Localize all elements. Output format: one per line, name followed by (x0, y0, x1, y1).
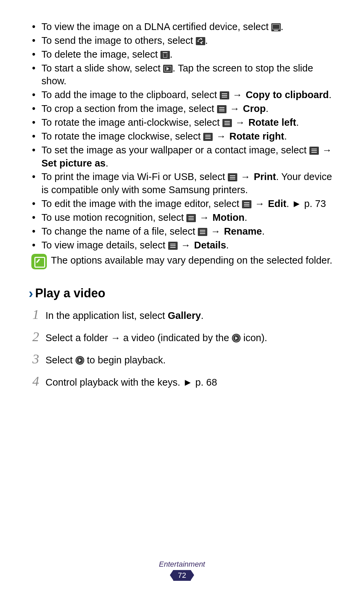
menu-icon (198, 228, 207, 236)
menu-icon (203, 133, 213, 141)
bullet-item: To edit the image with the image editor,… (32, 197, 335, 210)
trash-icon (160, 51, 170, 59)
play-circle-icon (75, 356, 84, 365)
menu-icon (220, 91, 229, 99)
page-footer: Entertainment 72 (0, 560, 364, 581)
share-icon (196, 37, 205, 45)
bullet-item: To print the image via Wi-Fi or USB, sel… (32, 170, 335, 197)
menu-icon (186, 214, 196, 222)
steps-list: 1 In the application list, select Galler… (29, 305, 335, 391)
step-4: 4 Control playback with the keys. ► p. 6… (31, 372, 335, 391)
note-box: The options available may vary depending… (29, 254, 335, 269)
menu-icon (222, 119, 232, 127)
bullet-item: To crop a section from the image, select… (32, 102, 335, 115)
play-circle-icon (232, 334, 241, 342)
bullet-item: To change the name of a file, select → R… (32, 225, 335, 238)
bullet-item: To add the image to the clipboard, selec… (32, 88, 335, 101)
bullet-item: To view the image on a DLNA certified de… (32, 20, 335, 33)
page-content: To view the image on a DLNA certified de… (29, 20, 335, 391)
bullet-item: To set the image as your wallpaper or a … (32, 144, 335, 170)
bullet-item: To send the image to others, select . (32, 34, 335, 47)
step-3: 3 Select to begin playback. (31, 350, 335, 368)
menu-icon (309, 147, 319, 155)
menu-icon (242, 200, 251, 208)
bullet-item: To use motion recognition, select → Moti… (32, 211, 335, 224)
bullet-list: To view the image on a DLNA certified de… (29, 20, 335, 252)
footer-section-label: Entertainment (0, 560, 364, 569)
bullet-item: To rotate the image clockwise, select → … (32, 130, 335, 143)
step-2: 2 Select a folder → a video (indicated b… (31, 327, 335, 346)
step-number: 2 (31, 327, 40, 346)
bullet-item: To start a slide show, select . Tap the … (32, 62, 335, 88)
step-number: 4 (31, 372, 40, 391)
step-number: 1 (31, 305, 40, 324)
bullet-item: To view image details, select → Details. (32, 239, 335, 252)
menu-icon (228, 173, 237, 181)
heading-text: Play a video (35, 286, 105, 300)
chevron-icon: › (29, 287, 33, 300)
bullet-item: To rotate the image anti-clockwise, sele… (32, 116, 335, 129)
dlna-icon (271, 23, 281, 31)
page-number: 72 (173, 570, 191, 581)
slideshow-icon (163, 65, 173, 73)
section-heading: › Play a video (29, 286, 335, 300)
menu-icon (168, 242, 178, 250)
step-1: 1 In the application list, select Galler… (31, 305, 335, 324)
note-text: The options available may vary depending… (51, 254, 332, 267)
step-number: 3 (31, 350, 40, 368)
bullet-item: To delete the image, select . (32, 48, 335, 61)
note-icon (31, 254, 47, 269)
menu-icon (217, 105, 226, 113)
